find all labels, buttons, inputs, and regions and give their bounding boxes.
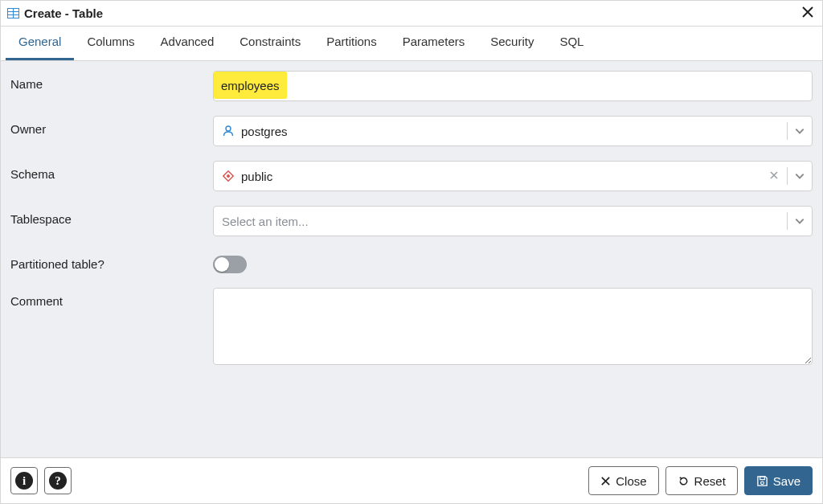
schema-clear-button[interactable] xyxy=(768,169,780,183)
tab-partitions[interactable]: Partitions xyxy=(313,27,390,60)
partitioned-toggle[interactable] xyxy=(213,256,247,273)
label-owner: Owner xyxy=(10,116,213,136)
close-button[interactable]: Close xyxy=(588,466,658,495)
tablespace-placeholder: Select an item... xyxy=(222,215,780,228)
svg-rect-6 xyxy=(227,174,231,178)
chevron-down-icon xyxy=(794,125,805,137)
help-icon: ? xyxy=(49,472,67,490)
row-name: Name employees xyxy=(10,71,813,101)
chevron-down-icon xyxy=(794,215,805,227)
table-icon xyxy=(7,7,19,19)
dialog-footer: i ? Close Reset Save xyxy=(1,457,822,503)
svg-rect-7 xyxy=(760,476,764,479)
dialog-title: Create - Table xyxy=(24,6,103,20)
tab-columns[interactable]: Columns xyxy=(74,27,147,60)
save-button-label: Save xyxy=(773,474,800,488)
save-button[interactable]: Save xyxy=(744,466,813,495)
reset-icon xyxy=(678,475,690,487)
tab-sql[interactable]: SQL xyxy=(547,27,596,60)
tab-bar: General Columns Advanced Constraints Par… xyxy=(1,27,822,61)
tab-security[interactable]: Security xyxy=(477,27,547,60)
info-icon: i xyxy=(15,472,33,490)
reset-button-label: Reset xyxy=(694,474,726,488)
help-button[interactable]: ? xyxy=(44,467,72,494)
tab-general[interactable]: General xyxy=(6,27,74,60)
create-table-dialog: Create - Table General Columns Advanced … xyxy=(0,0,823,504)
row-comment: Comment xyxy=(10,288,813,368)
label-tablespace: Tablespace xyxy=(10,206,213,226)
save-icon xyxy=(756,475,768,487)
row-owner: Owner postgres xyxy=(10,116,813,146)
schema-select[interactable]: public xyxy=(213,161,813,191)
svg-point-8 xyxy=(760,481,764,484)
label-name: Name xyxy=(10,71,213,91)
name-input[interactable] xyxy=(213,71,813,101)
toggle-knob xyxy=(215,257,229,272)
label-partitioned: Partitioned table? xyxy=(10,251,213,271)
tab-constraints[interactable]: Constraints xyxy=(227,27,313,60)
tab-parameters[interactable]: Parameters xyxy=(390,27,478,60)
comment-textarea[interactable] xyxy=(213,288,813,365)
reset-button[interactable]: Reset xyxy=(665,466,738,495)
label-comment: Comment xyxy=(10,288,213,308)
owner-select[interactable]: postgres xyxy=(213,116,813,146)
row-schema: Schema public xyxy=(10,161,813,191)
row-tablespace: Tablespace Select an item... xyxy=(10,206,813,236)
row-partitioned: Partitioned table? xyxy=(10,251,813,273)
form-body: Name employees Owner postgres xyxy=(1,61,822,457)
title-bar: Create - Table xyxy=(1,1,822,27)
tablespace-select[interactable]: Select an item... xyxy=(213,206,813,236)
label-schema: Schema xyxy=(10,161,213,181)
dialog-close-button[interactable] xyxy=(801,6,814,21)
info-button[interactable]: i xyxy=(10,467,38,494)
owner-value: postgres xyxy=(241,125,780,138)
user-icon xyxy=(222,125,235,137)
schema-value: public xyxy=(241,170,768,183)
close-button-label: Close xyxy=(616,474,646,488)
close-icon xyxy=(600,476,611,486)
tab-advanced[interactable]: Advanced xyxy=(148,27,227,60)
svg-point-4 xyxy=(226,126,231,131)
diamond-icon xyxy=(222,170,235,182)
chevron-down-icon xyxy=(794,170,805,182)
